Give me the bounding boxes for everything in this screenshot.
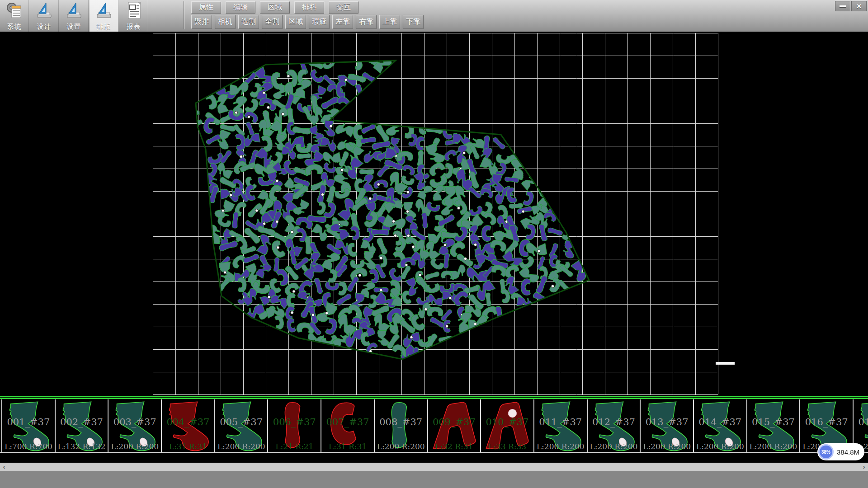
piece-lr-count: L:31 R:31 bbox=[321, 442, 374, 451]
nesting-canvas-area bbox=[0, 32, 868, 396]
piece-thumbnail-001_#37[interactable]: 001_#37L:700 R:700 bbox=[1, 399, 56, 452]
main-button-label: 设置 bbox=[60, 23, 88, 31]
menu-tab-5[interactable]: 交互 bbox=[329, 1, 359, 14]
main-button-settings[interactable]: 设置 bbox=[60, 0, 89, 32]
piece-id-label: 003_#37 bbox=[108, 417, 161, 427]
piece-id-label: 009_#37 bbox=[428, 417, 481, 427]
scrollbar-left-arrow-icon[interactable]: ‹ bbox=[0, 463, 8, 471]
main-button-design[interactable]: 设计 bbox=[30, 0, 59, 32]
piece-thumbnail-008_#37[interactable]: 008_#37L:200 R:200 bbox=[375, 399, 428, 452]
piece-thumbnail-013_#37[interactable]: 013_#37L:200 R:200 bbox=[641, 399, 694, 452]
piece-id-label: 004_#37 bbox=[162, 417, 214, 427]
piece-lr-count: L:132 R:132 bbox=[56, 442, 108, 451]
menu-tab-4[interactable]: 排料 bbox=[294, 1, 324, 14]
piece-id-label: 014_#37 bbox=[694, 417, 746, 427]
minimize-button[interactable] bbox=[835, 1, 850, 11]
report-icon bbox=[125, 1, 143, 20]
piece-thumbnail-012_#37[interactable]: 012_#37L:200 R:200 bbox=[588, 399, 641, 452]
close-icon: × bbox=[856, 2, 861, 10]
close-button[interactable]: × bbox=[851, 1, 867, 11]
piece-lr-count: L:21 R:21 bbox=[268, 442, 321, 451]
piece-thumbnail-005_#37[interactable]: 005_#37L:200 R:200 bbox=[215, 399, 269, 452]
nesting-icon bbox=[95, 1, 113, 20]
piece-thumbnail-011_#37[interactable]: 011_#37L:200 R:200 bbox=[534, 399, 588, 452]
tool-button-3[interactable]: 选割 bbox=[238, 15, 259, 29]
piece-lr-count: L:200 R:200 bbox=[641, 442, 693, 451]
menu-tab-row: 属性编辑区域排料交互 bbox=[191, 1, 359, 14]
status-bar bbox=[0, 471, 868, 488]
main-button-system[interactable]: 系统 bbox=[0, 0, 29, 32]
piece-id-label: 002_#37 bbox=[56, 417, 108, 427]
minimize-icon bbox=[840, 5, 846, 7]
piece-thumbnail-015_#37[interactable]: 015_#37L:200 R:200 bbox=[747, 399, 801, 452]
tool-button-8[interactable]: 右靠 bbox=[356, 15, 377, 29]
toolbar-separator bbox=[184, 1, 184, 29]
piece-thumbnail-003_#37[interactable]: 003_#37L:200 R:200 bbox=[108, 399, 162, 452]
main-button-nesting[interactable]: 排版 bbox=[90, 0, 118, 32]
menu-tab-1[interactable]: 属性 bbox=[191, 1, 221, 14]
piece-thumbnail-009_#37[interactable]: 009_#37L:32 R:31 bbox=[428, 399, 481, 452]
piece-lr-count: L:200 R:200 bbox=[694, 442, 746, 451]
piece-lr-count: L:700 R:700 bbox=[2, 442, 55, 451]
scrollbar-right-arrow-icon[interactable]: › bbox=[860, 463, 868, 471]
piece-lr-count: L:200 R:200 bbox=[108, 442, 161, 451]
nesting-canvas[interactable] bbox=[0, 32, 868, 396]
tool-button-row: 聚排相机选割全割区域瑕疵左靠右靠上靠下靠 bbox=[191, 15, 424, 29]
piece-id-label: 005_#37 bbox=[215, 417, 268, 427]
piece-thumbnail-010_#37[interactable]: 010_#37L:33 R:33 bbox=[481, 399, 534, 452]
piece-id-label: 008_#37 bbox=[375, 417, 427, 427]
tool-button-1[interactable]: 聚排 bbox=[191, 15, 212, 29]
tool-button-5[interactable]: 区域 bbox=[285, 15, 306, 29]
main-button-label: 排版 bbox=[90, 23, 118, 31]
window-controls: × bbox=[835, 1, 867, 11]
toolbar: 系统设计设置排版报表 属性编辑区域排料交互 聚排相机选割全割区域瑕疵左靠右靠上靠… bbox=[0, 0, 868, 32]
piece-lr-count: L:33 R:33 bbox=[481, 442, 533, 451]
piece-lr-count: L:32 R:31 bbox=[428, 442, 481, 451]
menu-tab-2[interactable]: 编辑 bbox=[226, 1, 255, 14]
tool-button-2[interactable]: 相机 bbox=[215, 15, 236, 29]
piece-thumbnail-007_#37[interactable]: 007_#37L:31 R:31 bbox=[321, 399, 375, 452]
strip-separator-line-thin bbox=[0, 396, 868, 397]
settings-icon bbox=[65, 1, 83, 20]
nesting-app-window: 系统设计设置排版报表 属性编辑区域排料交互 聚排相机选割全割区域瑕疵左靠右靠上靠… bbox=[0, 0, 868, 488]
progress-percent: 38% bbox=[821, 450, 830, 455]
menu-tab-3[interactable]: 区域 bbox=[260, 1, 290, 14]
tool-button-4[interactable]: 全割 bbox=[262, 15, 283, 29]
piece-id-label: 006_#37 bbox=[268, 417, 321, 427]
tool-button-6[interactable]: 瑕疵 bbox=[309, 15, 330, 29]
piece-thumbnail-014_#37[interactable]: 014_#37L:200 R:200 bbox=[694, 399, 747, 452]
piece-id-label: 013_#37 bbox=[641, 417, 693, 427]
tool-button-10[interactable]: 下靠 bbox=[403, 15, 424, 29]
main-button-report[interactable]: 报表 bbox=[119, 0, 148, 32]
piece-thumbnail-002_#37[interactable]: 002_#37L:132 R:132 bbox=[56, 399, 109, 452]
progress-circle: 38% bbox=[818, 444, 834, 460]
piece-id-label: 017_#37 bbox=[854, 417, 868, 427]
main-button-label: 设计 bbox=[30, 23, 58, 31]
piece-lr-count: L:200 R:200 bbox=[375, 442, 427, 451]
piece-lr-count: L:200 R:200 bbox=[215, 442, 268, 451]
progress-size-label: 384.8M bbox=[837, 448, 859, 456]
piece-lr-count: L:200 R:200 bbox=[747, 442, 800, 451]
main-button-label: 报表 bbox=[119, 23, 148, 31]
tool-button-9[interactable]: 上靠 bbox=[379, 15, 400, 29]
progress-pill[interactable]: 38% 384.8M bbox=[817, 443, 864, 460]
main-button-label: 系统 bbox=[0, 23, 28, 31]
piece-id-label: 010_#37 bbox=[481, 417, 533, 427]
piece-lr-count: L:31 R:31 bbox=[162, 442, 214, 451]
piece-id-label: 015_#37 bbox=[747, 417, 800, 427]
strip-separator-line-thick bbox=[0, 398, 868, 399]
piece-thumbnail-strip: 001_#37L:700 R:700002_#37L:132 R:132003_… bbox=[0, 399, 868, 453]
horizontal-scrollbar[interactable]: ‹ › bbox=[0, 463, 868, 471]
piece-lr-count: L:200 R:200 bbox=[534, 442, 587, 451]
piece-lr-count: L:200 R:200 bbox=[588, 442, 640, 451]
tool-button-7[interactable]: 左靠 bbox=[332, 15, 353, 29]
piece-id-label: 007_#37 bbox=[321, 417, 374, 427]
piece-thumbnail-004_#37[interactable]: 004_#37L:31 R:31 bbox=[162, 399, 215, 452]
piece-thumbnail-006_#37[interactable]: 006_#37L:21 R:21 bbox=[268, 399, 321, 452]
system-icon bbox=[5, 1, 24, 20]
piece-id-label: 001_#37 bbox=[2, 417, 55, 427]
piece-id-label: 016_#37 bbox=[800, 417, 853, 427]
piece-id-label: 012_#37 bbox=[588, 417, 640, 427]
design-icon bbox=[35, 1, 53, 20]
canvas-scroll-thumb[interactable] bbox=[716, 362, 735, 365]
